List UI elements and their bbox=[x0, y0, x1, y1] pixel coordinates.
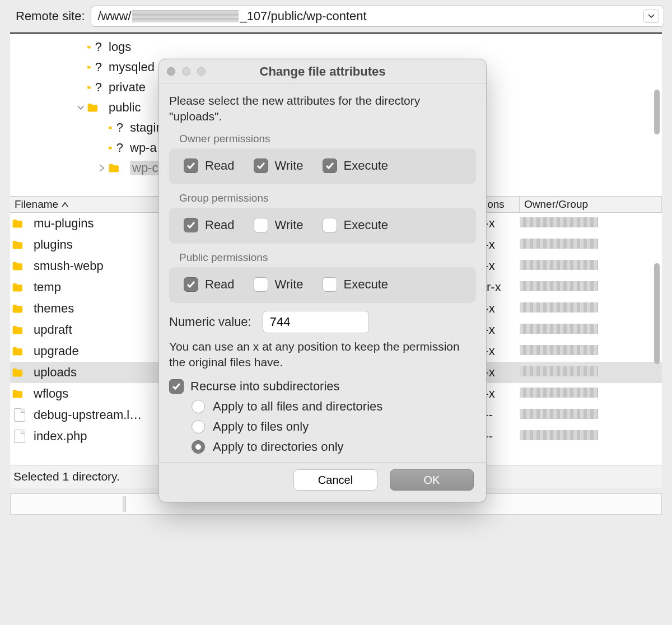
owner-write-checkbox[interactable]: Write bbox=[254, 158, 304, 173]
remote-path-combobox[interactable]: /www/_107/public/wp-content bbox=[91, 6, 665, 27]
checkbox-icon bbox=[184, 277, 198, 292]
chevron-down-icon[interactable] bbox=[74, 105, 87, 110]
group-write-checkbox[interactable]: Write bbox=[254, 218, 304, 232]
folder-icon bbox=[12, 324, 27, 336]
checkbox-icon bbox=[323, 158, 337, 173]
sort-asc-icon bbox=[62, 202, 68, 207]
file-owner bbox=[520, 301, 662, 316]
folder-unknown-icon: ? bbox=[87, 61, 102, 73]
radio-icon bbox=[192, 440, 205, 454]
public-execute-checkbox[interactable]: Execute bbox=[323, 277, 389, 292]
remote-site-row: Remote site: /www/_107/public/wp-content bbox=[0, 0, 672, 32]
group-permissions-group: Group permissions Read Write Execute bbox=[169, 192, 476, 244]
group-execute-checkbox[interactable]: Execute bbox=[323, 218, 389, 232]
folder-icon bbox=[12, 260, 27, 272]
file-name-label: smush-webp bbox=[34, 259, 104, 273]
file-name-label: mu-plugins bbox=[34, 216, 94, 231]
zoom-icon[interactable] bbox=[197, 67, 206, 76]
file-icon bbox=[12, 430, 27, 442]
checkbox-label: Execute bbox=[344, 218, 389, 232]
folder-unknown-icon: ? bbox=[109, 122, 123, 134]
folder-icon bbox=[12, 388, 27, 400]
file-name-label: upgrade bbox=[34, 344, 79, 358]
folder-icon bbox=[12, 345, 27, 357]
file-owner bbox=[520, 386, 662, 401]
folder-unknown-icon: ? bbox=[87, 41, 102, 53]
splitter-handle[interactable] bbox=[123, 496, 126, 512]
file-owner bbox=[520, 237, 662, 252]
app-window: Remote site: /www/_107/public/wp-content… bbox=[0, 0, 672, 625]
file-owner bbox=[520, 408, 662, 422]
radio-label: Apply to all files and directories bbox=[213, 399, 382, 414]
group-permissions-title: Group permissions bbox=[179, 192, 476, 204]
cancel-button[interactable]: Cancel bbox=[293, 469, 377, 491]
file-owner bbox=[520, 259, 662, 273]
change-attributes-dialog: Change file attributes Please select the… bbox=[158, 59, 487, 502]
window-controls[interactable] bbox=[167, 67, 206, 76]
owner-permissions-group: Owner permissions Read Write Execute bbox=[169, 133, 476, 184]
public-write-checkbox[interactable]: Write bbox=[254, 277, 304, 292]
checkbox-icon bbox=[323, 218, 337, 232]
file-owner bbox=[520, 344, 662, 358]
tree-item-label: mysqled bbox=[109, 60, 155, 74]
ok-button[interactable]: OK bbox=[390, 469, 474, 491]
scrollbar-thumb[interactable] bbox=[654, 90, 660, 134]
remote-path-dropdown-button[interactable] bbox=[643, 10, 659, 23]
checkbox-label: Write bbox=[275, 218, 304, 232]
close-icon[interactable] bbox=[167, 67, 175, 76]
file-name-label: uploads bbox=[34, 365, 77, 380]
recurse-checkbox[interactable]: Recurse into subdirectories bbox=[169, 379, 340, 394]
dialog-intro: Please select the new attributes for the… bbox=[169, 93, 476, 125]
chevron-right-icon[interactable] bbox=[95, 165, 109, 171]
checkbox-icon bbox=[254, 158, 268, 173]
radio-label: Apply to files only bbox=[213, 419, 309, 434]
file-owner bbox=[520, 216, 662, 231]
group-read-checkbox[interactable]: Read bbox=[184, 218, 235, 232]
filelist-scrollbar[interactable] bbox=[653, 263, 661, 442]
column-owner-group[interactable]: Owner/Group bbox=[520, 197, 662, 212]
tree-scrollbar[interactable] bbox=[653, 90, 661, 190]
file-owner bbox=[520, 429, 662, 444]
folder-icon bbox=[12, 239, 27, 251]
apply-dirs-radio[interactable]: Apply to directories only bbox=[192, 440, 476, 454]
numeric-hint: You can use an x at any position to keep… bbox=[169, 339, 476, 371]
redacted-mask bbox=[132, 10, 239, 22]
file-owner bbox=[520, 280, 662, 295]
tree-item-label: private bbox=[109, 80, 146, 95]
folder-icon bbox=[12, 281, 27, 293]
tree-item[interactable]: ?logs bbox=[10, 37, 662, 57]
file-name-label: temp bbox=[34, 280, 61, 295]
file-owner bbox=[520, 365, 662, 380]
checkbox-label: Write bbox=[275, 158, 304, 173]
folder-icon bbox=[12, 302, 27, 315]
scrollbar-thumb[interactable] bbox=[654, 263, 660, 364]
owner-execute-checkbox[interactable]: Execute bbox=[323, 158, 389, 173]
apply-all-radio[interactable]: Apply to all files and directories bbox=[192, 399, 476, 414]
owner-read-checkbox[interactable]: Read bbox=[184, 158, 235, 173]
checkbox-label: Write bbox=[275, 277, 304, 292]
dialog-separator bbox=[159, 462, 486, 463]
tree-item-label: logs bbox=[109, 40, 131, 54]
recurse-label: Recurse into subdirectories bbox=[190, 379, 340, 394]
numeric-value-input[interactable] bbox=[263, 311, 369, 333]
tree-item-label: public bbox=[109, 100, 141, 115]
file-name-label: debug-upstream.l… bbox=[34, 408, 142, 422]
tree-item-label: wp-c bbox=[130, 161, 160, 175]
minimize-icon[interactable] bbox=[182, 67, 190, 76]
tree-item-label: stagin bbox=[130, 120, 163, 135]
apply-files-radio[interactable]: Apply to files only bbox=[192, 419, 476, 434]
radio-icon bbox=[192, 400, 205, 413]
public-read-checkbox[interactable]: Read bbox=[184, 277, 235, 292]
checkbox-label: Read bbox=[205, 218, 235, 232]
file-name-label: updraft bbox=[34, 323, 72, 337]
remote-path-text: /www/_107/public/wp-content bbox=[98, 9, 367, 24]
radio-label: Apply to directories only bbox=[213, 440, 344, 454]
checkbox-label: Execute bbox=[344, 158, 389, 173]
radio-icon bbox=[192, 420, 205, 433]
dialog-titlebar[interactable]: Change file attributes bbox=[159, 59, 486, 84]
checkbox-label: Read bbox=[205, 158, 235, 173]
checkbox-label: Execute bbox=[344, 277, 389, 292]
dialog-title: Change file attributes bbox=[159, 64, 486, 79]
remote-site-label: Remote site: bbox=[16, 9, 85, 24]
chevron-down-icon bbox=[648, 14, 655, 18]
